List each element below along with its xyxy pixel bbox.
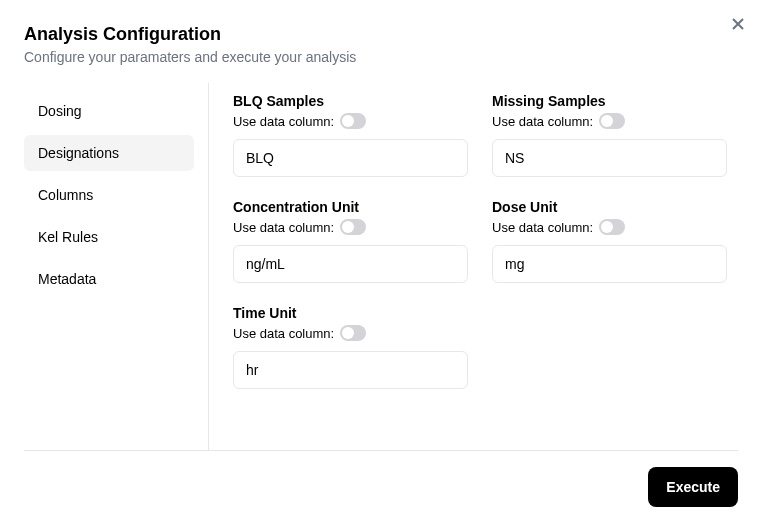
- toggle-row: Use data column:: [233, 113, 468, 129]
- field-label: BLQ Samples: [233, 93, 468, 109]
- toggle-label: Use data column:: [492, 220, 593, 235]
- missing-toggle[interactable]: [599, 113, 625, 129]
- sidebar-item-label: Kel Rules: [38, 229, 98, 245]
- field-concentration-unit: Concentration Unit Use data column:: [233, 199, 468, 283]
- toggle-row: Use data column:: [492, 219, 727, 235]
- toggle-row: Use data column:: [492, 113, 727, 129]
- time-unit-toggle[interactable]: [340, 325, 366, 341]
- execute-button[interactable]: Execute: [648, 467, 738, 507]
- sidebar: Dosing Designations Columns Kel Rules Me…: [24, 83, 209, 450]
- field-label: Missing Samples: [492, 93, 727, 109]
- page-subtitle: Configure your paramaters and execute yo…: [24, 49, 738, 65]
- toggle-row: Use data column:: [233, 325, 468, 341]
- sidebar-item-columns[interactable]: Columns: [24, 177, 194, 213]
- analysis-config-modal: Analysis Configuration Configure your pa…: [0, 0, 762, 523]
- close-icon[interactable]: [730, 16, 746, 32]
- sidebar-item-kel-rules[interactable]: Kel Rules: [24, 219, 194, 255]
- field-label: Dose Unit: [492, 199, 727, 215]
- toggle-label: Use data column:: [233, 220, 334, 235]
- field-time-unit: Time Unit Use data column:: [233, 305, 468, 389]
- sidebar-item-label: Dosing: [38, 103, 82, 119]
- field-label: Concentration Unit: [233, 199, 468, 215]
- conc-unit-toggle[interactable]: [340, 219, 366, 235]
- sidebar-item-label: Designations: [38, 145, 119, 161]
- toggle-label: Use data column:: [233, 326, 334, 341]
- content-area: BLQ Samples Use data column: Missing Sam…: [209, 83, 738, 450]
- blq-input[interactable]: [233, 139, 468, 177]
- missing-input[interactable]: [492, 139, 727, 177]
- toggle-label: Use data column:: [492, 114, 593, 129]
- sidebar-item-designations[interactable]: Designations: [24, 135, 194, 171]
- conc-unit-input[interactable]: [233, 245, 468, 283]
- field-label: Time Unit: [233, 305, 468, 321]
- dose-unit-toggle[interactable]: [599, 219, 625, 235]
- sidebar-item-label: Metadata: [38, 271, 96, 287]
- dose-unit-input[interactable]: [492, 245, 727, 283]
- modal-header: Analysis Configuration Configure your pa…: [24, 22, 738, 65]
- field-blq-samples: BLQ Samples Use data column:: [233, 93, 468, 177]
- field-dose-unit: Dose Unit Use data column:: [492, 199, 727, 283]
- sidebar-item-metadata[interactable]: Metadata: [24, 261, 194, 297]
- page-title: Analysis Configuration: [24, 22, 738, 47]
- toggle-label: Use data column:: [233, 114, 334, 129]
- modal-body: Dosing Designations Columns Kel Rules Me…: [24, 83, 738, 450]
- sidebar-item-label: Columns: [38, 187, 93, 203]
- time-unit-input[interactable]: [233, 351, 468, 389]
- modal-footer: Execute: [24, 450, 738, 523]
- toggle-row: Use data column:: [233, 219, 468, 235]
- sidebar-item-dosing[interactable]: Dosing: [24, 93, 194, 129]
- field-missing-samples: Missing Samples Use data column:: [492, 93, 727, 177]
- blq-toggle[interactable]: [340, 113, 366, 129]
